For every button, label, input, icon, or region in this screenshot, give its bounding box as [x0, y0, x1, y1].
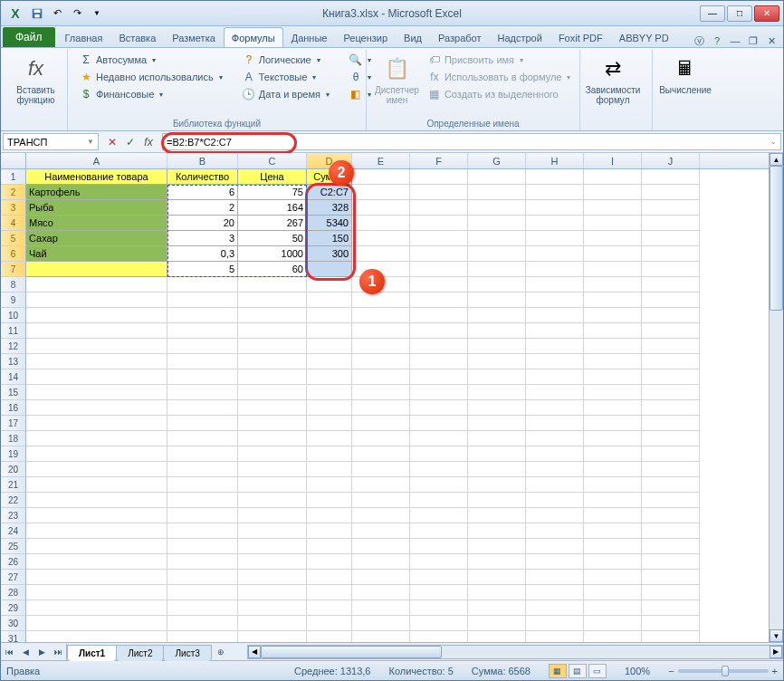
- cell[interactable]: [352, 631, 410, 642]
- cell[interactable]: [584, 523, 642, 539]
- row-header[interactable]: 4: [1, 216, 26, 231]
- cell[interactable]: [642, 323, 700, 339]
- cell[interactable]: [584, 169, 642, 185]
- cell[interactable]: [26, 369, 167, 385]
- horizontal-scrollbar[interactable]: ◀ ▶: [247, 645, 783, 659]
- cell[interactable]: [468, 508, 526, 523]
- cell[interactable]: [167, 616, 238, 631]
- save-icon[interactable]: [28, 5, 46, 23]
- cell[interactable]: [526, 262, 584, 277]
- cell[interactable]: [584, 416, 642, 431]
- cell[interactable]: [584, 585, 642, 600]
- file-tab[interactable]: Файл: [3, 27, 55, 47]
- cell[interactable]: [584, 262, 642, 277]
- cell[interactable]: [352, 231, 410, 246]
- cell[interactable]: [167, 631, 238, 642]
- cell[interactable]: [584, 616, 642, 631]
- cell[interactable]: [167, 293, 238, 308]
- row-header[interactable]: 28: [1, 585, 26, 600]
- vscroll-thumb[interactable]: [770, 166, 783, 311]
- row-header[interactable]: 7: [1, 262, 26, 277]
- cell[interactable]: [352, 446, 410, 462]
- tab-addins[interactable]: Надстрой: [489, 27, 550, 47]
- cell[interactable]: [238, 293, 307, 308]
- zoom-thumb[interactable]: [722, 666, 729, 676]
- cell[interactable]: 5: [167, 262, 238, 277]
- cell[interactable]: [307, 493, 352, 508]
- zoom-level[interactable]: 100%: [625, 666, 650, 676]
- cell[interactable]: [410, 631, 468, 642]
- row-header[interactable]: 16: [1, 400, 26, 416]
- cell[interactable]: [468, 631, 526, 642]
- cell[interactable]: [26, 631, 167, 642]
- cell[interactable]: [26, 493, 167, 508]
- cell[interactable]: [584, 369, 642, 385]
- col-header-E[interactable]: E: [352, 153, 410, 168]
- cell[interactable]: [468, 585, 526, 600]
- cell[interactable]: [352, 369, 410, 385]
- col-header-J[interactable]: J: [642, 153, 700, 168]
- cell[interactable]: [26, 523, 167, 539]
- cell[interactable]: [410, 570, 468, 585]
- cell[interactable]: [584, 631, 642, 642]
- cell[interactable]: [410, 539, 468, 554]
- assign-name-button[interactable]: 🏷Присвоить имя▾: [424, 52, 576, 68]
- cell[interactable]: [410, 431, 468, 446]
- cell[interactable]: Цена: [238, 169, 307, 185]
- cell[interactable]: [352, 493, 410, 508]
- cell[interactable]: [410, 508, 468, 523]
- cell[interactable]: [642, 354, 700, 369]
- cell[interactable]: [410, 308, 468, 323]
- cell[interactable]: [238, 523, 307, 539]
- col-header-B[interactable]: B: [167, 153, 238, 168]
- normal-view-icon[interactable]: ▦: [549, 664, 567, 678]
- cell[interactable]: Сумма: [307, 169, 352, 185]
- row-header[interactable]: 29: [1, 600, 26, 616]
- cell[interactable]: [642, 369, 700, 385]
- scroll-up-icon[interactable]: ▲: [770, 153, 783, 166]
- cell[interactable]: [468, 277, 526, 293]
- cell[interactable]: [352, 600, 410, 616]
- sheet-tab[interactable]: Лист2: [116, 645, 164, 661]
- cell[interactable]: [642, 308, 700, 323]
- cell[interactable]: [238, 308, 307, 323]
- new-sheet-icon[interactable]: ⊕: [213, 644, 229, 660]
- cell[interactable]: [238, 631, 307, 642]
- cell[interactable]: [167, 462, 238, 477]
- cell[interactable]: 1000: [238, 246, 307, 262]
- cell[interactable]: 50: [238, 231, 307, 246]
- cell[interactable]: [167, 369, 238, 385]
- cell[interactable]: [238, 477, 307, 493]
- cell[interactable]: [352, 616, 410, 631]
- cell[interactable]: [26, 508, 167, 523]
- mdi-restore-icon[interactable]: ❐: [747, 34, 760, 47]
- row-header[interactable]: 15: [1, 385, 26, 400]
- row-header[interactable]: 23: [1, 508, 26, 523]
- cell[interactable]: [238, 400, 307, 416]
- cell[interactable]: [352, 354, 410, 369]
- datetime-button[interactable]: 🕒Дата и время▾: [238, 86, 334, 102]
- cell[interactable]: [307, 400, 352, 416]
- cell[interactable]: [26, 616, 167, 631]
- cell[interactable]: [307, 385, 352, 400]
- cell[interactable]: [468, 462, 526, 477]
- row-header[interactable]: 31: [1, 631, 26, 642]
- cell[interactable]: [642, 293, 700, 308]
- cell[interactable]: [642, 400, 700, 416]
- cell[interactable]: [352, 246, 410, 262]
- cell[interactable]: [526, 554, 584, 570]
- chevron-down-icon[interactable]: ▼: [87, 138, 94, 146]
- cell[interactable]: [526, 200, 584, 216]
- text-button[interactable]: AТекстовые▾: [238, 69, 334, 85]
- cell[interactable]: [468, 231, 526, 246]
- cell[interactable]: [307, 308, 352, 323]
- cell[interactable]: [307, 508, 352, 523]
- cell[interactable]: [584, 200, 642, 216]
- cell[interactable]: [307, 554, 352, 570]
- cell[interactable]: [468, 600, 526, 616]
- cell[interactable]: [26, 477, 167, 493]
- cell[interactable]: [352, 539, 410, 554]
- cell[interactable]: [526, 446, 584, 462]
- fx-bar-icon[interactable]: fx: [140, 134, 157, 150]
- mdi-close-icon[interactable]: ✕: [765, 34, 778, 47]
